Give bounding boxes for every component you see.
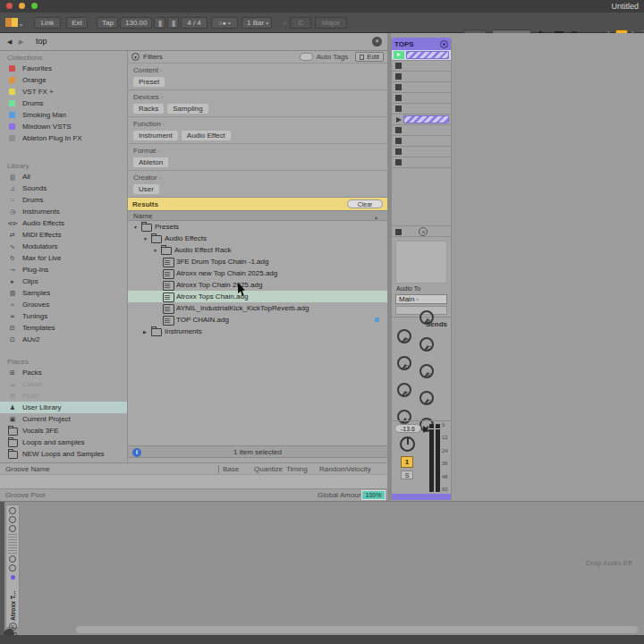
result-row[interactable]: Instruments — [128, 326, 387, 337]
disclosure-icon[interactable] — [133, 225, 141, 230]
sidebar-item[interactable]: Favorites — [0, 63, 127, 74]
track-activator-button[interactable]: 1 — [401, 456, 413, 468]
link-button[interactable]: Link — [34, 17, 61, 29]
device-option-icon[interactable] — [9, 555, 16, 563]
time-signature-field[interactable]: 4 / 4 — [181, 17, 208, 29]
disclosure-icon[interactable] — [143, 329, 151, 335]
send-knob[interactable]: G — [419, 391, 434, 405]
result-row[interactable]: Audio Effect Rack — [128, 244, 387, 256]
edit-tags-button[interactable]: Edit — [355, 52, 384, 62]
solo-button[interactable]: S — [401, 470, 413, 479]
sidebar-item[interactable]: ∷ Drums — [0, 194, 127, 206]
device-title-bar[interactable]: Atroxx T... S — [5, 504, 20, 628]
result-row[interactable]: Presets — [128, 221, 387, 233]
nudge-up-button[interactable]: ||| — [167, 17, 179, 29]
filter-tag[interactable]: Instrument — [133, 131, 178, 140]
forward-arrow-icon[interactable]: ▶ — [19, 38, 23, 46]
global-amount-value[interactable]: 100% — [361, 490, 386, 500]
sidebar-item[interactable]: ▣ Current Project — [0, 413, 127, 425]
traffic-light-icon[interactable] — [6, 3, 13, 9]
sidebar-item[interactable]: Ableton Plug In FX — [0, 132, 127, 144]
sidebar-item[interactable]: ⇄ MIDI Effects — [0, 229, 127, 241]
sidebar-item[interactable]: Mixdown VSTS — [0, 121, 127, 132]
send-knob[interactable]: D — [397, 356, 411, 370]
clip-slot[interactable] — [392, 61, 451, 72]
clip[interactable] — [403, 115, 449, 123]
device-scrollbar[interactable] — [76, 626, 638, 633]
filter-tag[interactable]: Racks — [133, 104, 164, 114]
traffic-light-icon[interactable] — [19, 3, 25, 9]
sidebar-item[interactable]: Vocals 3FE — [0, 425, 127, 436]
filter-section-header[interactable]: Format — [128, 146, 387, 157]
name-column-header[interactable]: Name ▲ — [128, 210, 387, 221]
quantization-menu[interactable]: 1 Bar — [242, 17, 272, 29]
control-surface-icon[interactable] — [5, 14, 22, 30]
send-knob[interactable]: E — [419, 364, 434, 378]
collapse-filters-icon[interactable]: ▼ — [131, 53, 140, 61]
filter-tag[interactable]: Audio Effect — [182, 131, 231, 140]
auto-tags-toggle[interactable] — [300, 53, 313, 61]
result-row[interactable]: 3FE Drum Tops Chain -1.adg — [128, 256, 387, 267]
clip-launch-button[interactable] — [394, 51, 404, 59]
sidebar-item[interactable]: ||| All — [0, 171, 127, 182]
sidebar-item[interactable]: ▤ Push — [0, 390, 127, 402]
traffic-light-icon[interactable] — [31, 3, 38, 9]
disclosure-icon[interactable] — [143, 236, 151, 242]
result-row[interactable]: AYNIL_IndustrialKick_KickTopReverb.adg — [128, 302, 387, 314]
result-row[interactable]: Atroxx new Top Chain 2025.adg — [128, 267, 387, 279]
search-input[interactable]: top — [36, 37, 47, 46]
filter-tag[interactable]: Sampling — [167, 104, 208, 114]
sidebar-item[interactable]: ⊸ Plug-Ins — [0, 264, 127, 275]
send-knob[interactable]: C — [419, 337, 434, 352]
disclosure-icon[interactable] — [153, 248, 161, 253]
send-knob[interactable]: B — [397, 329, 411, 343]
volume-value[interactable]: -13.6 — [394, 424, 421, 433]
clip-slot[interactable] — [392, 93, 451, 104]
sidebar-item[interactable]: ∿ Modulators — [0, 241, 127, 252]
result-row[interactable]: Audio Effects — [128, 233, 387, 244]
tap-tempo-button[interactable]: Tap — [97, 17, 118, 29]
clip-launch-button[interactable] — [395, 148, 402, 155]
clip-launch-button[interactable] — [395, 106, 402, 112]
key-field[interactable]: C — [290, 17, 311, 29]
metronome-button[interactable]: ○● — [211, 17, 238, 29]
filter-tag[interactable]: Preset — [133, 77, 165, 87]
send-knob[interactable]: F — [397, 383, 411, 397]
sidebar-item[interactable]: ≍ Tunings — [0, 310, 127, 322]
clip-slot[interactable] — [392, 125, 451, 136]
result-row[interactable]: TOP CHAIN.adg — [128, 314, 387, 326]
filter-tag[interactable]: Ableton — [133, 157, 168, 167]
filter-section-header[interactable]: Content — [128, 65, 387, 76]
sidebar-item[interactable]: Orange — [0, 74, 127, 86]
clip-launch-button[interactable] — [395, 159, 402, 165]
sidebar-item[interactable]: ♟ User Library — [0, 402, 127, 413]
track-header[interactable]: TOPS — [392, 38, 451, 50]
audio-to-select[interactable]: Main — [395, 294, 447, 304]
clip-slot[interactable] — [392, 147, 451, 157]
device-activator-icon[interactable] — [9, 507, 16, 514]
sidebar-item[interactable]: ↻ Max for Live — [0, 252, 127, 264]
clip-launch-button[interactable] — [396, 117, 402, 123]
clip-launch-button[interactable] — [395, 95, 402, 101]
sidebar-item[interactable]: Smoking Man — [0, 109, 127, 121]
filter-tag[interactable]: User — [133, 184, 159, 194]
clip-launch-button[interactable] — [395, 73, 402, 80]
filter-section-header[interactable]: Function — [128, 119, 387, 130]
sidebar-item[interactable]: ◷ Instruments — [0, 206, 127, 217]
nudge-down-button[interactable]: ||| — [154, 17, 165, 29]
clip-launch-button[interactable] — [395, 84, 402, 90]
result-row[interactable]: Atroxx Top Chain 2025.adg — [128, 279, 387, 291]
info-icon[interactable]: i — [132, 448, 141, 457]
send-knob[interactable]: A — [419, 310, 434, 325]
sidebar-item[interactable]: VST FX + — [0, 86, 127, 97]
sidebar-item[interactable]: ☁ Cloud — [0, 378, 127, 390]
stop-all-clips-button[interactable] — [395, 229, 402, 235]
sidebar-item[interactable]: Loops and samples — [0, 436, 127, 448]
sidebar-item[interactable]: ⊞ Packs — [0, 367, 127, 378]
clip-launch-button[interactable] — [395, 63, 402, 69]
clear-search-icon[interactable]: ✕ — [372, 37, 382, 47]
ext-button[interactable]: Ext — [66, 17, 88, 29]
clip-slot[interactable] — [392, 50, 451, 61]
sidebar-item[interactable]: ▥ Samples — [0, 287, 127, 299]
save-preset-icon[interactable] — [9, 525, 16, 532]
